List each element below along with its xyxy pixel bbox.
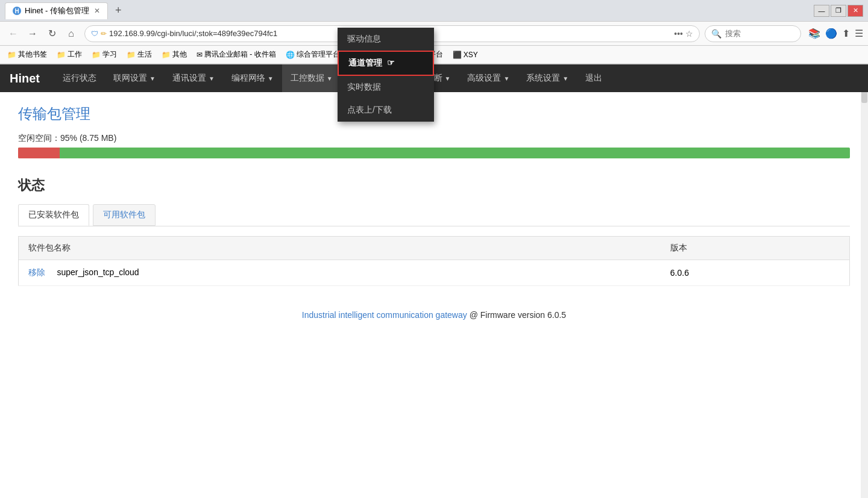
software-table: 软件包名称 版本 移除 super_json_tcp_cloud 6.0.6 (18, 236, 850, 286)
mail-icon: ✉ (197, 51, 203, 59)
folder-icon: 📁 (162, 51, 171, 59)
nav-item-comm[interactable]: 通讯设置 ▼ (164, 64, 223, 92)
sync-icon[interactable]: ⬆ (842, 28, 850, 39)
scrollbar[interactable] (861, 78, 868, 393)
folder-icon: 📁 (92, 51, 101, 59)
caret-icon: ▼ (445, 75, 451, 82)
col-header-name: 软件包名称 (19, 237, 661, 260)
bookmark-platform[interactable]: 🌐 综合管理平台 (283, 48, 342, 61)
xsy-icon: ⬛ (453, 51, 462, 59)
progress-bar (18, 148, 850, 158)
dropdown-item-channel[interactable]: 通道管理 ☞ (338, 51, 434, 76)
window-controls: — ❐ ✕ (814, 5, 863, 17)
table-cell-version: 6.0.6 (661, 260, 850, 286)
edit-icon: ✏ (101, 30, 107, 38)
extensions-icon[interactable]: 📚 (808, 28, 820, 39)
caret-icon: ▼ (268, 75, 274, 82)
cursor-pointer-icon: ☞ (387, 58, 395, 67)
search-bar[interactable]: 🔍 (705, 25, 801, 42)
bookmark-label: 学习 (102, 49, 117, 60)
minimize-button[interactable]: — (814, 5, 829, 17)
nav-item-label: 高级设置 (467, 73, 501, 84)
nav-item-system[interactable]: 系统设置 ▼ (518, 64, 577, 92)
nav-item-advanced[interactable]: 高级设置 ▼ (459, 64, 518, 92)
caret-icon: ▼ (209, 75, 215, 82)
bookmark-label: XSY (464, 51, 478, 59)
page-content: 传输包管理 空闲空间：95% (8.75 MB) 状态 已安装软件包 可用软件包… (0, 92, 868, 393)
tab-title: Hinet - 传输包管理 (25, 5, 89, 16)
caret-icon: ▼ (562, 75, 568, 82)
search-input[interactable] (725, 29, 785, 38)
globe-icon: 🌐 (286, 51, 295, 59)
bookmark-label: 其他书签 (18, 49, 47, 60)
table-row: 移除 super_json_tcp_cloud 6.0.6 (19, 260, 850, 286)
nav-item-label: 运行状态 (63, 73, 96, 84)
bookmark-other2[interactable]: 📁 其他 (159, 48, 189, 61)
nav-menu: 运行状态 联网设置 ▼ 通讯设置 ▼ 编程网络 ▼ 工控数据 ▼ 软件中心 ▼ … (54, 64, 611, 92)
security-icon: 🛡 (91, 30, 98, 38)
home-button[interactable]: ⌂ (63, 26, 80, 42)
profile-icon[interactable]: 🔵 (825, 28, 837, 39)
menu-icon[interactable]: ☰ (855, 28, 863, 39)
remove-link[interactable]: 移除 (28, 267, 45, 277)
nav-item-prog[interactable]: 编程网络 ▼ (223, 64, 282, 92)
nav-item-logout[interactable]: 退出 (577, 64, 611, 92)
bookmark-label: 生活 (137, 49, 152, 60)
progress-used (18, 148, 60, 158)
bookmarks-bar: 📁 其他书签 📁 工作 📁 学习 📁 生活 📁 其他 ✉ 腾讯企业邮箱 - 收件… (0, 46, 868, 64)
browser-tab[interactable]: H Hinet - 传输包管理 ✕ (5, 2, 108, 19)
dropdown-item-label: 点表上/下载 (347, 105, 392, 114)
dropdown-item-driver[interactable]: 驱动信息 (338, 28, 434, 51)
bookmark-icon[interactable]: ☆ (685, 29, 693, 39)
bookmark-tencent-mail[interactable]: ✉ 腾讯企业邮箱 - 收件箱 (194, 48, 278, 61)
footer-link[interactable]: Industrial intelligent communication gat… (302, 310, 467, 320)
caret-icon: ▼ (327, 75, 333, 82)
back-button[interactable]: ← (5, 26, 22, 42)
footer-rest: @ Firmware version 6.0.5 (470, 310, 566, 320)
bookmark-label: 工作 (68, 49, 82, 60)
dropdown-item-table[interactable]: 点表上/下载 (338, 99, 434, 122)
caret-icon: ▼ (503, 75, 509, 82)
bookmark-xsy[interactable]: ⬛ XSY (450, 49, 480, 60)
more-icon: ••• (674, 29, 683, 39)
bookmark-other[interactable]: 📁 其他书签 (5, 48, 49, 61)
bookmark-life[interactable]: 📁 生活 (124, 48, 154, 61)
tab-available[interactable]: 可用软件包 (93, 204, 156, 226)
caret-icon: ▼ (149, 75, 156, 82)
nav-item-label: 系统设置 (526, 73, 560, 84)
nav-item-status[interactable]: 运行状态 (54, 64, 105, 92)
folder-icon: 📁 (127, 51, 136, 59)
storage-info: 空闲空间：95% (8.75 MB) (18, 133, 850, 144)
restore-button[interactable]: ❐ (831, 5, 846, 17)
toolbar-icons: 📚 🔵 ⬆ ☰ (808, 28, 863, 39)
title-bar: H Hinet - 传输包管理 ✕ + — ❐ ✕ (0, 0, 868, 22)
dropdown-item-label: 通道管理 (348, 58, 382, 67)
nav-item-label: 工控数据 (291, 73, 324, 84)
folder-icon: 📁 (7, 51, 16, 59)
forward-button[interactable]: → (24, 26, 41, 42)
nav-item-network[interactable]: 联网设置 ▼ (105, 64, 164, 92)
tab-installed[interactable]: 已安装软件包 (18, 204, 89, 226)
tab-favicon: H (13, 7, 21, 15)
close-button[interactable]: ✕ (848, 5, 863, 17)
bookmark-label: 腾讯企业邮箱 - 收件箱 (204, 49, 276, 60)
dropdown-item-label: 驱动信息 (347, 34, 381, 43)
table-cell-action: 移除 super_json_tcp_cloud (19, 260, 661, 286)
app-logo: Hinet (10, 72, 40, 86)
bookmark-work[interactable]: 📁 工作 (54, 48, 84, 61)
browser-toolbar: ← → ↻ ⌂ 🛡 ✏ 192.168.9.99/cgi-bin/luci/;s… (0, 22, 868, 46)
nav-item-industrial[interactable]: 工控数据 ▼ (282, 64, 341, 92)
section-title: 状态 (18, 176, 850, 195)
search-icon: 🔍 (711, 29, 722, 39)
tab-close-button[interactable]: ✕ (94, 7, 100, 15)
dropdown-item-realtime[interactable]: 实时数据 (338, 76, 434, 99)
bookmark-label: 综合管理平台 (297, 49, 340, 60)
nav-item-label: 通讯设置 (172, 73, 206, 84)
bookmark-study[interactable]: 📁 学习 (89, 48, 119, 61)
footer: Industrial intelligent communication gat… (18, 310, 850, 320)
tabs-container: 已安装软件包 可用软件包 (18, 204, 850, 226)
new-tab-button[interactable]: + (110, 4, 127, 17)
refresh-button[interactable]: ↻ (43, 26, 60, 42)
bookmark-label: 其他 (172, 49, 187, 60)
app-navbar: Hinet 运行状态 联网设置 ▼ 通讯设置 ▼ 编程网络 ▼ 工控数据 ▼ 软… (0, 64, 868, 92)
